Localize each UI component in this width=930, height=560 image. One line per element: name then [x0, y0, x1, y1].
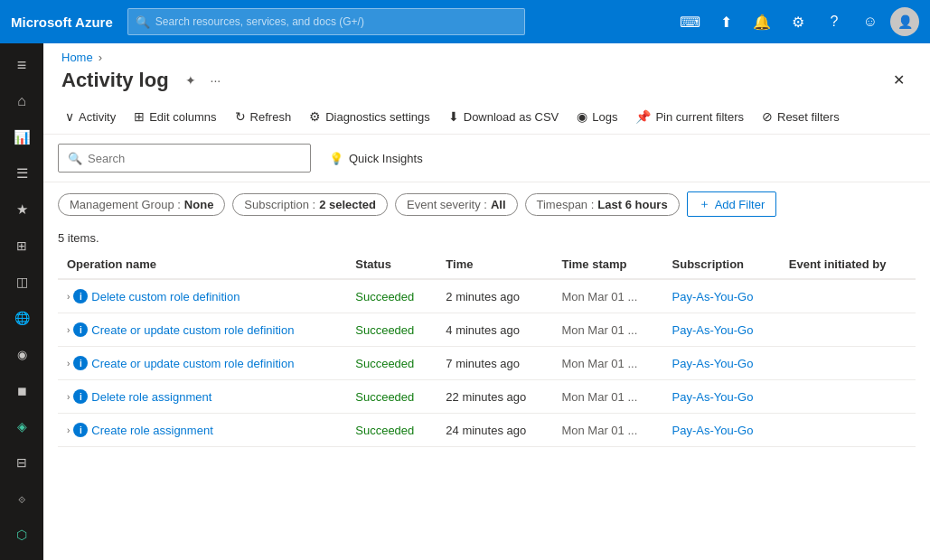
logs-button[interactable]: ◉ Logs: [569, 105, 625, 128]
cell-subscription: Pay-As-You-Go: [663, 279, 780, 313]
pin-filters-button[interactable]: 📌 Pin current filters: [628, 105, 751, 128]
info-icon: i: [73, 389, 88, 404]
sidebar-item-favorites[interactable]: ★: [0, 191, 43, 228]
sidebar-item-recent[interactable]: ⊞: [0, 228, 43, 264]
add-filter-button[interactable]: ＋ Add Filter: [687, 191, 777, 217]
table-row: › i Delete role assignment Succeeded 22 …: [58, 380, 916, 414]
settings-icon[interactable]: ⚙: [782, 5, 814, 38]
plus-icon: ＋: [699, 196, 710, 212]
quick-insights-button[interactable]: 💡 Quick Insights: [320, 147, 432, 170]
sidebar-item-monitor[interactable]: ◼: [0, 372, 43, 408]
layout: ≡ ⌂ 📊 ☰ ★ ⊞ ◫ 🌐 ◉ ◼ ◈ ⊟ ⟐ ⬡ Home › Activ…: [0, 43, 930, 560]
sidebar-item-security[interactable]: ◈: [0, 408, 43, 444]
subscription-link[interactable]: Pay-As-You-Go: [672, 390, 754, 404]
breadcrumb-home[interactable]: Home: [61, 51, 93, 64]
sidebar-item-cost[interactable]: ⟐: [0, 481, 43, 517]
operation-name-link[interactable]: Delete custom role definition: [91, 290, 240, 303]
expand-row-icon[interactable]: ›: [67, 425, 70, 435]
sidebar-item-network[interactable]: 🌐: [0, 300, 43, 336]
logs-icon: ◉: [577, 109, 587, 124]
feedback-icon[interactable]: ⬆: [709, 5, 742, 38]
more-options-button[interactable]: ···: [207, 70, 225, 91]
filter-clear-icon: ⊘: [762, 109, 773, 124]
edit-columns-button[interactable]: ⊞ Edit columns: [127, 105, 223, 128]
sidebar-item-resource-groups[interactable]: ◫: [0, 264, 43, 300]
breadcrumb: Home ›: [43, 43, 930, 64]
activity-label: Activity: [79, 110, 116, 124]
diagnostics-settings-button[interactable]: ⚙ Diagnostics settings: [302, 105, 437, 128]
cell-status: Succeeded: [346, 347, 437, 380]
activity-button[interactable]: ∨ Activity: [58, 105, 123, 128]
search-box[interactable]: 🔍: [58, 144, 311, 173]
cell-status: Succeeded: [346, 279, 437, 313]
expand-row-icon[interactable]: ›: [67, 392, 70, 402]
avatar[interactable]: 👤: [890, 7, 919, 36]
pin-icon: 📌: [635, 109, 651, 124]
cloud-shell-icon[interactable]: ⌨: [673, 5, 706, 38]
sidebar-item-all-services[interactable]: ☰: [0, 155, 43, 191]
expand-row-icon[interactable]: ›: [67, 359, 70, 369]
event-severity-filter[interactable]: Event severity : All: [395, 193, 518, 216]
sidebar-item-dashboard[interactable]: 📊: [0, 119, 43, 155]
cell-status: Succeeded: [346, 313, 437, 347]
refresh-label: Refresh: [250, 110, 292, 124]
filter-pills: Management Group : None Subscription : 2…: [43, 182, 930, 226]
cell-operation: › i Create or update custom role definit…: [58, 313, 346, 347]
help-icon[interactable]: ?: [818, 5, 850, 38]
sidebar-item-devops[interactable]: ⬡: [0, 517, 43, 553]
subscription-link[interactable]: Pay-As-You-Go: [672, 357, 754, 370]
global-search[interactable]: 🔍 Search resources, services, and docs (…: [127, 8, 525, 35]
timespan-key: Timespan :: [537, 198, 595, 211]
cell-time: 24 minutes ago: [437, 414, 552, 447]
timespan-filter[interactable]: Timespan : Last 6 hours: [525, 193, 680, 216]
reset-filters-button[interactable]: ⊘ Reset filters: [755, 105, 847, 128]
cell-subscription: Pay-As-You-Go: [663, 414, 780, 447]
cell-event-initiated-by: [780, 279, 916, 313]
cell-time: 7 minutes ago: [437, 347, 552, 380]
search-input[interactable]: [88, 152, 301, 165]
search-icon: 🔍: [68, 152, 82, 165]
event-severity-value: All: [491, 198, 506, 211]
cell-subscription: Pay-As-You-Go: [663, 380, 780, 414]
notifications-icon[interactable]: 🔔: [746, 5, 778, 38]
expand-row-icon[interactable]: ›: [67, 292, 70, 302]
chevron-down-icon: ∨: [65, 109, 74, 124]
subscription-link[interactable]: Pay-As-You-Go: [672, 424, 754, 437]
subscription-link[interactable]: Pay-As-You-Go: [672, 290, 754, 303]
sidebar-expand[interactable]: ≡: [0, 47, 43, 83]
sidebar-item-sql[interactable]: ◉: [0, 336, 43, 372]
filter-bar: 🔍 💡 Quick Insights: [43, 135, 930, 182]
sidebar-item-home[interactable]: ⌂: [0, 83, 43, 119]
pin-page-button[interactable]: ✦: [182, 70, 200, 91]
columns-icon: ⊞: [134, 109, 145, 124]
cell-time: 22 minutes ago: [437, 380, 552, 414]
operation-name-link[interactable]: Create or update custom role definition: [91, 323, 294, 337]
smiley-icon[interactable]: ☺: [854, 5, 887, 38]
refresh-button[interactable]: ↻ Refresh: [228, 105, 299, 128]
sidebar-item-policies[interactable]: ⊟: [0, 444, 43, 481]
info-icon: i: [73, 322, 88, 337]
cell-operation: › i Delete role assignment: [58, 380, 346, 414]
operation-name-link[interactable]: Create role assignment: [91, 424, 212, 437]
table-row: › i Create or update custom role definit…: [58, 347, 916, 380]
info-icon: i: [73, 423, 88, 437]
activity-table: Operation name Status Time Time stamp Su…: [58, 250, 916, 447]
subscription-filter[interactable]: Subscription : 2 selected: [232, 193, 388, 216]
pin-filters-label: Pin current filters: [655, 110, 744, 124]
operation-name-link[interactable]: Create or update custom role definition: [91, 357, 294, 370]
table-row: › i Create role assignment Succeeded 24 …: [58, 414, 916, 447]
management-group-filter[interactable]: Management Group : None: [58, 193, 225, 216]
cell-event-initiated-by: [780, 313, 916, 347]
table-row: › i Create or update custom role definit…: [58, 313, 916, 347]
cell-timestamp: Mon Mar 01 ...: [552, 279, 662, 313]
cell-event-initiated-by: [780, 380, 916, 414]
cell-operation: › i Delete custom role definition: [58, 279, 346, 313]
subscription-key: Subscription :: [244, 198, 315, 211]
download-csv-button[interactable]: ⬇ Download as CSV: [441, 105, 567, 128]
subscription-link[interactable]: Pay-As-You-Go: [672, 323, 754, 337]
close-button[interactable]: ✕: [886, 68, 912, 92]
operation-name-link[interactable]: Delete role assignment: [91, 390, 211, 404]
cell-operation: › i Create or update custom role definit…: [58, 347, 346, 380]
lightbulb-icon: 💡: [329, 152, 343, 165]
expand-row-icon[interactable]: ›: [67, 325, 70, 335]
